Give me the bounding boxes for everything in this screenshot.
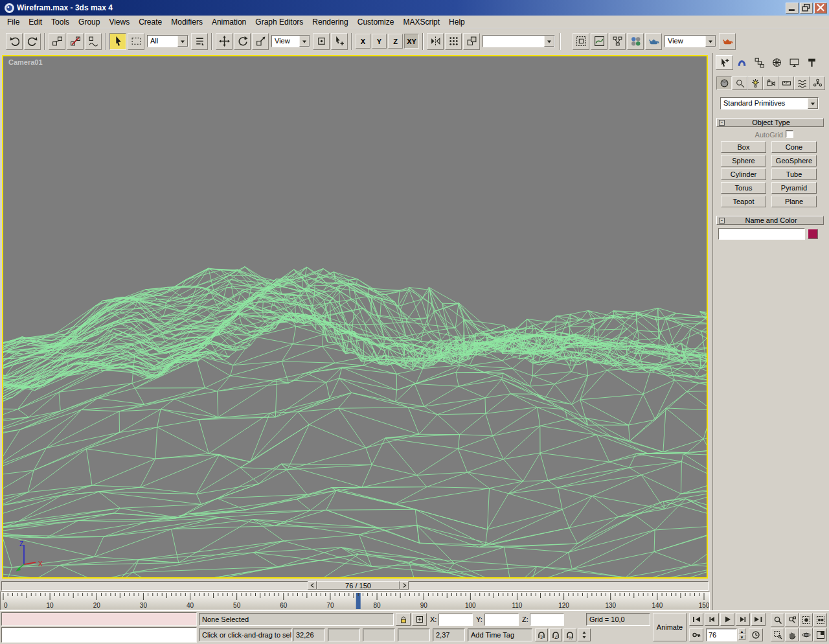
- previous-frame-button[interactable]: [705, 613, 719, 626]
- subcat-cameras[interactable]: [763, 76, 778, 90]
- close-button[interactable]: [814, 3, 827, 14]
- quick-render-button[interactable]: [719, 33, 736, 50]
- maxscript-mini-listener-white[interactable]: [1, 627, 197, 643]
- coord-y-input[interactable]: [484, 614, 519, 626]
- next-frame-arrow[interactable]: [400, 581, 409, 590]
- menu-item-group[interactable]: Group: [74, 16, 104, 28]
- object-button-pyramid[interactable]: Pyramid: [771, 182, 817, 194]
- percent-snap-button[interactable]: %: [563, 628, 576, 641]
- object-button-sphere[interactable]: Sphere: [721, 155, 766, 167]
- select-manipulate-button[interactable]: [331, 33, 348, 50]
- current-frame-input[interactable]: [706, 628, 737, 641]
- align-button[interactable]: [463, 33, 480, 50]
- subcat-shapes[interactable]: [732, 76, 747, 90]
- angle-snap-button[interactable]: ∠: [549, 628, 562, 641]
- named-selection-dropdown[interactable]: [483, 35, 555, 47]
- coord-z-input[interactable]: [530, 614, 564, 626]
- object-button-teapot[interactable]: Teapot: [721, 196, 766, 207]
- time-config-button[interactable]: [749, 628, 763, 641]
- rotate-button[interactable]: [234, 33, 251, 50]
- object-button-cylinder[interactable]: Cylinder: [721, 168, 766, 180]
- spinner-down-icon[interactable]: ▼: [738, 634, 745, 640]
- restrict-x-button[interactable]: X: [356, 34, 370, 49]
- render-scene-button[interactable]: [645, 33, 662, 50]
- region-zoom-button[interactable]: [771, 628, 784, 641]
- play-button[interactable]: [720, 613, 734, 626]
- subcat-lights[interactable]: [747, 76, 763, 90]
- zoom-all-button[interactable]: [785, 613, 799, 627]
- menu-item-file[interactable]: File: [3, 16, 24, 28]
- window-crossing-button[interactable]: [573, 33, 589, 50]
- menu-item-edit[interactable]: Edit: [24, 16, 47, 28]
- unlink-button[interactable]: [67, 33, 84, 50]
- menu-item-graph-editors[interactable]: Graph Editors: [251, 16, 308, 28]
- zoom-extents-all-button[interactable]: [813, 613, 827, 627]
- add-time-tag[interactable]: Add Time Tag: [468, 628, 532, 641]
- object-button-tube[interactable]: Tube: [771, 168, 817, 180]
- pan-button[interactable]: [785, 628, 799, 641]
- move-button[interactable]: [216, 33, 233, 50]
- camera-viewport[interactable]: Camera01 Z X: [2, 55, 708, 579]
- restore-button[interactable]: [800, 3, 813, 14]
- menu-item-help[interactable]: Help: [444, 16, 470, 28]
- object-button-box[interactable]: Box: [721, 141, 766, 153]
- subcat-systems[interactable]: [810, 76, 825, 90]
- frame-spinner[interactable]: ▲▼: [738, 628, 745, 640]
- absolute-mode-button[interactable]: [412, 613, 427, 626]
- chevron-down-icon[interactable]: [544, 36, 554, 47]
- viewport-label[interactable]: Camera01: [8, 58, 43, 66]
- object-button-torus[interactable]: Torus: [721, 182, 766, 194]
- next-frame-button[interactable]: [736, 613, 750, 626]
- tab-motion[interactable]: [768, 55, 786, 70]
- menu-item-maxscript[interactable]: MAXScript: [398, 16, 444, 28]
- menu-item-animation[interactable]: Animation: [207, 16, 251, 28]
- zoom-button[interactable]: [771, 613, 784, 627]
- time-slider-block[interactable]: 76 / 150: [308, 581, 409, 590]
- array-button[interactable]: [445, 33, 462, 50]
- redo-button[interactable]: [24, 33, 41, 50]
- time-slider-handle[interactable]: 76 / 150: [317, 581, 400, 590]
- track-view-button[interactable]: [591, 33, 608, 50]
- chevron-down-icon[interactable]: [177, 36, 188, 47]
- arc-rotate-button[interactable]: [799, 628, 813, 641]
- object-button-cone[interactable]: Cone: [771, 141, 817, 153]
- previous-frame-arrow[interactable]: [308, 581, 317, 590]
- coord-x-input[interactable]: [438, 614, 473, 626]
- snap-3d-button[interactable]: 3: [535, 628, 548, 641]
- spinner-up-icon[interactable]: ▲: [738, 628, 745, 634]
- scale-button[interactable]: [252, 33, 269, 50]
- collapse-icon[interactable]: -: [719, 120, 725, 126]
- zoom-extents-button[interactable]: [799, 613, 813, 627]
- selection-lock-button[interactable]: [396, 613, 411, 626]
- rollout-object-type[interactable]: - Object Type: [716, 118, 824, 127]
- material-editor-button[interactable]: [627, 33, 644, 50]
- restrict-xy-button[interactable]: XY: [404, 34, 419, 49]
- mirror-button[interactable]: [427, 33, 444, 50]
- tab-create[interactable]: [716, 55, 733, 70]
- undo-button[interactable]: [6, 33, 23, 50]
- object-button-plane[interactable]: Plane: [771, 196, 817, 207]
- rollout-name-and-color[interactable]: - Name and Color: [716, 216, 824, 225]
- spinner-snap-button[interactable]: [578, 628, 591, 641]
- menu-item-rendering[interactable]: Rendering: [308, 16, 352, 28]
- collapse-icon[interactable]: -: [719, 218, 725, 224]
- selection-filter-dropdown[interactable]: All: [147, 35, 188, 47]
- selection-region-button[interactable]: [128, 33, 144, 50]
- primitive-category-dropdown[interactable]: Standard Primitives: [720, 97, 819, 109]
- tab-hierarchy[interactable]: [751, 55, 768, 70]
- reference-coord-dropdown[interactable]: View: [271, 35, 310, 47]
- subcat-space-warps[interactable]: [794, 76, 810, 90]
- menu-item-tools[interactable]: Tools: [47, 16, 74, 28]
- restrict-z-button[interactable]: Z: [388, 34, 403, 49]
- maxscript-mini-listener-pink[interactable]: [1, 612, 197, 626]
- object-name-input[interactable]: [718, 228, 805, 240]
- track-bar[interactable]: 0102030405060708090100110120130140150: [0, 592, 710, 610]
- chevron-down-icon[interactable]: [299, 36, 310, 47]
- menu-item-customize[interactable]: Customize: [353, 16, 399, 28]
- object-color-swatch[interactable]: [808, 229, 818, 239]
- chevron-down-icon[interactable]: [705, 36, 716, 47]
- select-object-button[interactable]: [109, 33, 126, 50]
- menu-item-create[interactable]: Create: [134, 16, 166, 28]
- schematic-view-button[interactable]: [609, 33, 626, 50]
- render-type-dropdown[interactable]: View: [664, 35, 716, 47]
